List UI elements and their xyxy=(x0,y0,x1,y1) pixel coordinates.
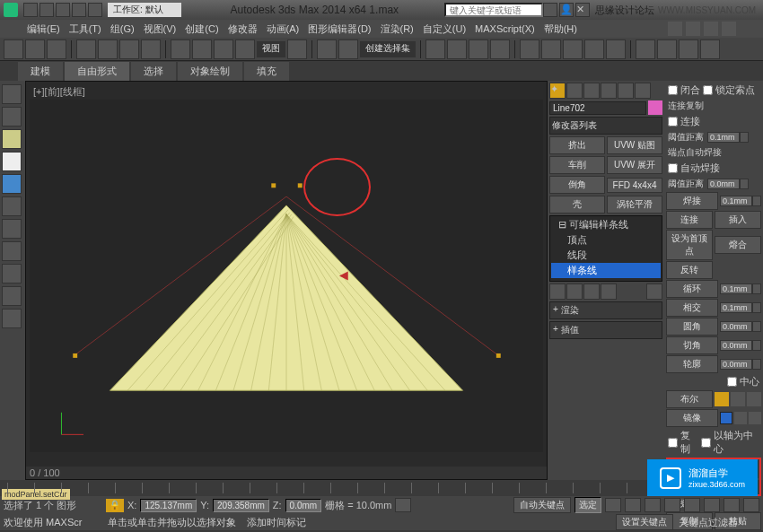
stack-segment[interactable]: 线段 xyxy=(551,248,661,263)
angle-snap-icon[interactable] xyxy=(447,39,467,59)
lt-icon-8[interactable] xyxy=(2,241,22,261)
ribbon-tab-freeform[interactable]: 自由形式 xyxy=(65,62,129,81)
mirror-h-icon[interactable] xyxy=(720,412,732,424)
rotate-icon[interactable] xyxy=(192,39,212,59)
lt-icon-3[interactable] xyxy=(2,129,22,149)
menu-views[interactable]: 视图(V) xyxy=(144,22,177,36)
workspace-dropdown[interactable]: 工作区: 默认 xyxy=(108,3,181,17)
menu-customize[interactable]: 自定义(U) xyxy=(423,22,466,36)
stack-spline[interactable]: 样条线 xyxy=(551,263,661,278)
fillet-spinner[interactable] xyxy=(720,321,752,332)
lt-icon-5[interactable] xyxy=(2,174,22,194)
tb-undo-icon[interactable] xyxy=(72,3,86,17)
zoom-all-icon[interactable] xyxy=(704,498,720,512)
menu-graph-editors[interactable]: 图形编辑器(D) xyxy=(308,22,371,36)
menu-extra-icon-2[interactable] xyxy=(686,22,700,36)
btn-outline[interactable]: 轮廓 xyxy=(666,355,718,373)
time-prev-icon[interactable] xyxy=(605,498,621,512)
viewport-scrollbar[interactable]: 0 / 100 xyxy=(26,467,547,479)
btn-make-first[interactable]: 设为首顶点 xyxy=(666,230,713,260)
scale-icon[interactable] xyxy=(214,39,233,59)
motion-tab-icon[interactable] xyxy=(601,83,617,99)
menu-maxscript[interactable]: MAXScript(X) xyxy=(475,23,535,34)
lt-icon-2[interactable] xyxy=(2,107,22,126)
menu-tools[interactable]: 工具(T) xyxy=(69,22,101,36)
threshold2-spinner[interactable] xyxy=(707,179,740,189)
btn-reverse[interactable]: 反转 xyxy=(666,261,713,279)
btn-mirror[interactable]: 镜像 xyxy=(666,409,718,427)
viewport-label[interactable]: [+][前][线框] xyxy=(33,85,85,99)
menu-rendering[interactable]: 渲染(R) xyxy=(381,22,414,36)
stack-vertex[interactable]: 顶点 xyxy=(551,232,661,248)
bool-union-icon[interactable] xyxy=(715,392,729,406)
ref-coord-dropdown[interactable]: 视图 xyxy=(257,41,285,57)
viewport[interactable]: [+][前][线框] xyxy=(25,81,548,480)
help-search-input[interactable] xyxy=(444,3,543,17)
pin-stack-icon[interactable] xyxy=(549,283,566,300)
named-selection-dropdown[interactable]: 创建选择集 xyxy=(360,41,416,57)
menu-group[interactable]: 组(G) xyxy=(110,22,135,36)
create-tab-icon[interactable]: ✦ xyxy=(549,83,566,99)
hierarchy-tab-icon[interactable] xyxy=(583,83,600,99)
set-key-button[interactable]: 设置关键点 xyxy=(616,514,673,530)
rollout-interpolation[interactable]: 插值 xyxy=(549,321,662,339)
isolate-icon[interactable] xyxy=(395,498,411,512)
lt-icon-7[interactable] xyxy=(2,219,22,239)
bind-icon[interactable] xyxy=(47,39,66,59)
select-icon[interactable] xyxy=(76,39,96,59)
render-setup-icon[interactable] xyxy=(657,39,677,59)
threshold-spinner[interactable] xyxy=(707,132,740,143)
move-icon[interactable] xyxy=(171,39,190,59)
show-result-icon[interactable] xyxy=(566,283,583,300)
lt-icon-4[interactable] xyxy=(2,152,22,171)
menu-edit[interactable]: 编辑(E) xyxy=(27,22,60,36)
menu-modifiers[interactable]: 修改器 xyxy=(228,22,258,36)
chk-axis[interactable] xyxy=(701,438,711,448)
mirror-both-icon[interactable] xyxy=(749,412,761,424)
btn-uvw-unwrap[interactable]: UVW 展开 xyxy=(607,156,662,174)
select-name-icon[interactable] xyxy=(98,39,118,59)
stack-root[interactable]: ⊟ 可编辑样条线 xyxy=(551,217,661,232)
unlink-icon[interactable] xyxy=(25,39,45,59)
chk-closed[interactable] xyxy=(668,85,678,95)
manipulate-icon[interactable] xyxy=(317,39,337,59)
keyboard-icon[interactable] xyxy=(338,39,358,59)
key-filters-button[interactable]: 关键点过滤器 xyxy=(679,516,738,529)
render-frame-icon[interactable] xyxy=(679,39,698,59)
btn-bevel[interactable]: 倒角 xyxy=(549,176,605,194)
remove-mod-icon[interactable] xyxy=(601,283,617,300)
configure-icon[interactable] xyxy=(646,283,662,300)
lt-icon-9[interactable] xyxy=(2,264,22,283)
cycle-spinner[interactable] xyxy=(720,283,752,294)
link-icon[interactable] xyxy=(4,39,23,59)
tb-redo-icon[interactable] xyxy=(88,3,102,17)
object-color-swatch[interactable] xyxy=(648,100,662,115)
chk-mcopy[interactable] xyxy=(668,438,678,448)
signin-icon[interactable]: 👤 xyxy=(559,3,574,17)
modify-tab-icon[interactable] xyxy=(566,83,583,99)
btn-weld[interactable]: 焊接 xyxy=(666,192,718,210)
material-editor-icon[interactable] xyxy=(636,39,655,59)
align-icon[interactable] xyxy=(541,39,561,59)
btn-chamfer[interactable]: 切角 xyxy=(666,336,718,354)
zoom-icon[interactable] xyxy=(684,498,700,512)
display-tab-icon[interactable] xyxy=(618,83,634,99)
menu-animation[interactable]: 动画(A) xyxy=(267,22,300,36)
time-next-icon[interactable] xyxy=(645,498,661,512)
chk-center[interactable] xyxy=(727,377,737,387)
viewport-canvas[interactable] xyxy=(30,100,543,452)
lt-icon-6[interactable] xyxy=(2,196,22,216)
menu-help[interactable]: 帮助(H) xyxy=(544,22,577,36)
coord-x[interactable]: 125.137mm xyxy=(140,499,197,512)
coord-z[interactable]: 0.0mm xyxy=(285,499,322,512)
modifier-stack[interactable]: ⊟ 可编辑样条线 顶点 线段 样条线 xyxy=(549,215,662,282)
modifier-list-dropdown[interactable]: 修改器列表 xyxy=(549,117,662,135)
ribbon-tab-selection[interactable]: 选择 xyxy=(131,62,176,81)
chk-link[interactable] xyxy=(668,117,678,126)
curve-editor-icon[interactable] xyxy=(584,39,604,59)
btn-cycle[interactable]: 循环 xyxy=(666,280,718,298)
menu-extra-icon-4[interactable] xyxy=(722,22,736,36)
zoom-ext-icon[interactable] xyxy=(724,498,740,512)
btn-crossins[interactable]: 相交 xyxy=(666,299,718,317)
bool-int-icon[interactable] xyxy=(747,392,761,406)
